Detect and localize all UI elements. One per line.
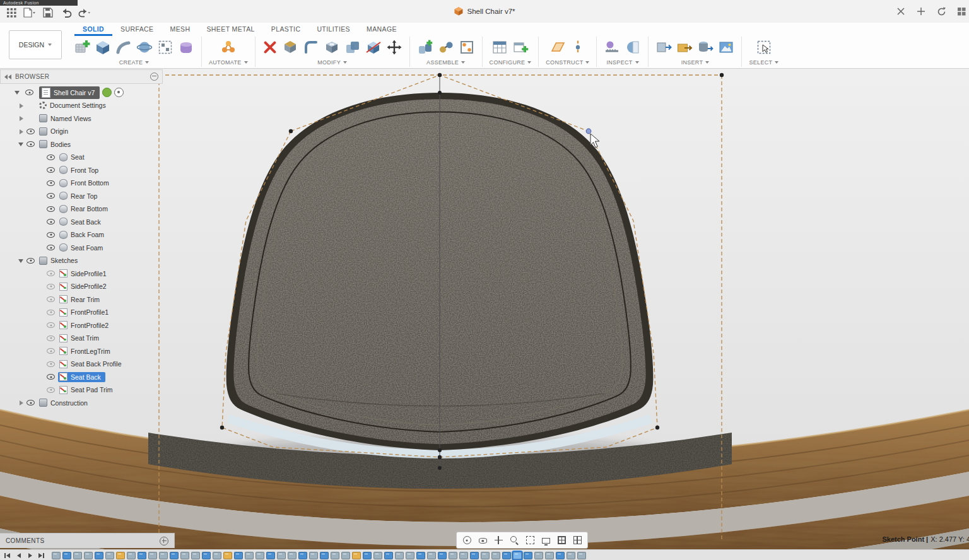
canvas-image-icon[interactable] (718, 39, 734, 55)
visibility-eye-icon[interactable] (46, 166, 56, 174)
timeline-feature-icon[interactable] (406, 552, 414, 559)
visibility-eye-icon[interactable] (46, 386, 56, 394)
timeline-feature-icon[interactable] (95, 552, 103, 559)
ribbon-tab[interactable]: PLASTIC (263, 23, 309, 36)
sketch-point-hovered[interactable] (586, 129, 591, 134)
group-label-insert[interactable]: INSERT (681, 59, 710, 66)
timeline-feature-icon[interactable] (459, 552, 468, 559)
browser-item[interactable]: Sketches (0, 254, 163, 267)
timeline-feature-icon[interactable] (245, 552, 254, 559)
expander-icon[interactable] (18, 102, 25, 109)
visibility-eye-icon[interactable] (46, 192, 56, 200)
timeline-feature-icon[interactable] (556, 552, 565, 559)
timeline-feature-icon[interactable] (545, 552, 554, 559)
visibility-eye-icon[interactable] (46, 205, 56, 213)
group-label-configure[interactable]: CONFIGURE (490, 59, 532, 66)
timeline-feature-icon[interactable] (84, 552, 93, 559)
expander-icon[interactable] (18, 257, 25, 264)
browser-item[interactable]: Document Settings (0, 99, 163, 112)
visibility-eye-icon[interactable] (46, 347, 56, 355)
timeline-feature-icon[interactable] (438, 552, 447, 559)
timeline-feature-icon[interactable] (449, 552, 457, 559)
timeline-feature-icon[interactable] (331, 552, 339, 559)
visibility-eye-icon[interactable] (46, 231, 56, 239)
browser-item[interactable]: Bodies (0, 138, 163, 151)
visibility-eye-icon[interactable] (26, 127, 35, 136)
browser-item[interactable]: Seat Foam (0, 242, 163, 255)
nav-tool-icon[interactable] (570, 534, 584, 547)
timeline-feature-icon[interactable] (373, 552, 382, 559)
browser-item[interactable]: Back Foam (0, 228, 163, 242)
expander-icon[interactable] (14, 89, 21, 96)
timeline-feature-icon[interactable] (384, 552, 393, 559)
create-sketch-icon[interactable] (74, 39, 90, 55)
nav-tool-icon[interactable] (539, 534, 553, 547)
go-to-end-icon[interactable] (37, 552, 45, 559)
timeline-feature-icon[interactable] (491, 552, 500, 559)
timeline-feature-icon[interactable] (62, 552, 71, 559)
delete-icon[interactable] (262, 40, 278, 55)
timeline-feature-icon[interactable] (502, 552, 511, 559)
create-form-icon[interactable] (178, 39, 194, 55)
browser-item[interactable]: Construction (0, 397, 163, 410)
add-comment-icon[interactable] (160, 537, 168, 545)
ribbon-tab[interactable]: UTILITIES (308, 23, 358, 36)
fillet-icon[interactable] (303, 39, 319, 55)
nav-tool-icon[interactable] (523, 534, 537, 547)
ribbon-tab[interactable]: SHEET METAL (198, 23, 262, 36)
timeline-feature-icon[interactable] (170, 552, 179, 559)
shell-icon[interactable] (324, 39, 340, 55)
browser-item[interactable]: Seat Trim (0, 332, 163, 345)
sync-icon[interactable] (935, 6, 948, 17)
tab-list-icon[interactable] (955, 6, 968, 17)
offset-plane-icon[interactable] (549, 39, 565, 55)
ribbon-tab[interactable]: SOLID (74, 23, 112, 36)
insert-mesh-icon[interactable] (697, 39, 714, 55)
combine-icon[interactable] (344, 39, 361, 55)
visibility-eye-icon[interactable] (46, 218, 56, 226)
timeline-feature-icon[interactable] (524, 552, 532, 559)
timeline-feature-icon[interactable] (234, 552, 243, 559)
rigid-group-icon[interactable] (459, 39, 475, 55)
select-icon[interactable] (756, 39, 772, 55)
nav-tool-icon[interactable] (555, 534, 568, 547)
construction-axis-icon[interactable] (570, 39, 586, 55)
browser-item[interactable]: Seat Back (0, 216, 163, 229)
nav-tool-icon[interactable] (507, 534, 521, 547)
measure-icon[interactable] (604, 39, 620, 55)
new-tab-icon[interactable] (915, 6, 927, 17)
section-analysis-icon[interactable] (625, 39, 641, 55)
workspace-switcher[interactable]: DESIGN (9, 30, 62, 59)
timeline-feature-icon[interactable] (191, 552, 200, 559)
timeline-feature-icon[interactable] (266, 552, 275, 559)
apps-grid-icon[interactable] (5, 7, 18, 18)
timeline-feature-icon[interactable] (213, 552, 221, 559)
split-body-icon[interactable] (365, 39, 382, 55)
group-label-inspect[interactable]: INSPECT (606, 59, 638, 66)
insert-derive-icon[interactable] (655, 39, 672, 55)
visibility-eye-icon[interactable] (26, 399, 35, 407)
visibility-eye-icon[interactable] (25, 88, 34, 96)
nav-tool-icon[interactable] (491, 534, 505, 547)
press-pull-icon[interactable] (282, 39, 298, 55)
file-menu-icon[interactable] (23, 7, 36, 18)
browser-item[interactable]: Rear Top (0, 190, 163, 203)
comments-bar[interactable]: COMMENTS (0, 533, 175, 548)
browser-item[interactable]: SideProfile1 (0, 267, 163, 281)
new-component-icon[interactable] (417, 39, 433, 55)
play-icon[interactable] (26, 552, 34, 559)
browser-item[interactable]: SideProfile2 (0, 280, 163, 293)
timeline-feature-icon[interactable] (577, 552, 586, 559)
group-label-modify[interactable]: MODIFY (317, 59, 347, 66)
ribbon-tab[interactable]: MESH (162, 23, 199, 36)
redo-icon[interactable] (78, 7, 91, 18)
timeline-feature-icon[interactable] (513, 552, 522, 559)
timeline-feature-icon[interactable] (223, 552, 232, 559)
browser-item[interactable]: Rear Bottom (0, 202, 163, 216)
browser-item[interactable]: Front Top (0, 164, 163, 177)
insert-mcmaster-icon[interactable] (676, 39, 693, 55)
activate-component-icon[interactable] (114, 88, 124, 97)
browser-item[interactable]: Origin (0, 125, 163, 138)
save-icon[interactable] (42, 7, 54, 18)
expander-icon[interactable] (18, 141, 25, 148)
